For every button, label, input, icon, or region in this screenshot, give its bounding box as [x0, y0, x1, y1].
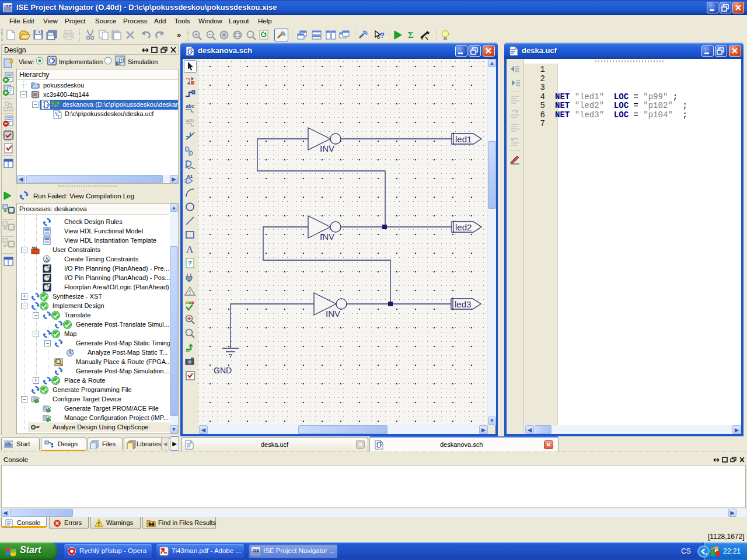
svg-text:INV: INV: [320, 232, 334, 242]
svg-text:ISE: ISE: [4, 4, 12, 9]
svg-text:led1: led1: [455, 134, 472, 144]
svg-text:a(0): a(0): [186, 118, 194, 123]
svg-text:F: F: [58, 115, 60, 118]
svg-text:INV: INV: [320, 144, 334, 153]
svg-text:ISE: ISE: [253, 548, 260, 552]
svg-text:led2: led2: [455, 222, 472, 232]
svg-text:?: ?: [380, 31, 385, 40]
svg-text:ISE: ISE: [5, 441, 12, 445]
svg-text:ISim: ISim: [117, 62, 125, 66]
svg-text:Σ: Σ: [408, 30, 414, 40]
svg-text:?: ?: [188, 260, 192, 267]
svg-text:led3: led3: [455, 299, 471, 309]
svg-text:abc: abc: [186, 103, 195, 109]
svg-text:INV: INV: [326, 309, 340, 318]
svg-text:GND: GND: [214, 366, 232, 375]
svg-text:A: A: [186, 244, 194, 255]
